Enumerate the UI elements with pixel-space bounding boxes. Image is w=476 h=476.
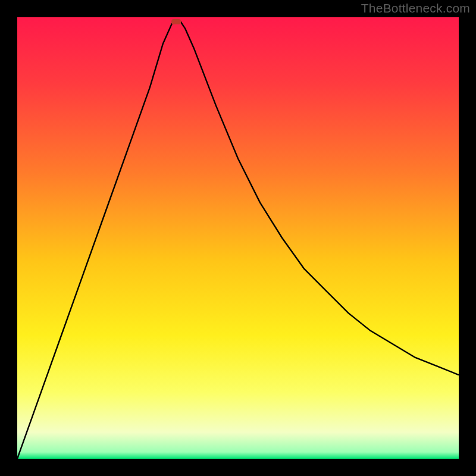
watermark-text: TheBottleneck.com <box>361 1 470 15</box>
minimum-marker <box>171 19 181 24</box>
bottleneck-chart <box>0 0 476 476</box>
gradient-background <box>17 17 459 459</box>
chart-frame: TheBottleneck.com <box>0 0 476 476</box>
